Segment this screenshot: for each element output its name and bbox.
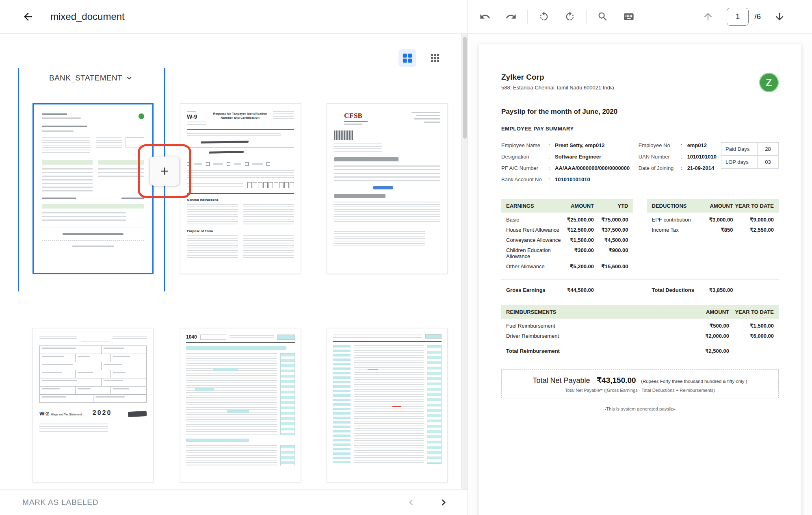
1040-form-number: 1040 [186,334,197,340]
field-value: Preet Setty, emp012 [555,142,605,148]
deductions-header: YEAR TO DATE [733,203,774,209]
attendance-value: 03 [757,156,778,168]
thumbnail-payslip[interactable] [32,103,154,274]
rotate-left-button[interactable] [535,7,553,26]
mark-as-labeled-button[interactable]: MARK AS LABELED [22,498,98,507]
page-number-input[interactable] [727,8,749,26]
thumbnail-pager [405,496,450,508]
rotate-right-button[interactable] [561,7,579,26]
deductions-table: DEDUCTIONS AMOUNT YEAR TO DATE EPF contr… [647,199,779,269]
net-payable-label: Total Net Payable [533,376,590,385]
employee-fields: Employee NamePreet Setty, emp012 Designa… [501,142,779,188]
earnings-row: Conveyance Allowance₹1,500.00₹4,500.00 [501,233,633,243]
mini-logo-dot [139,113,144,119]
w9-form-title: Request for Taxpayer Identification Numb… [210,111,270,120]
rotate-left-icon [538,11,550,22]
thumbnail-1040-preview: 1040 [180,328,301,482]
earnings-header: AMOUNT [562,203,594,209]
earnings-header: EARNINGS [506,203,562,209]
reimbursements-header: REIMBURSEMENTS [506,309,680,315]
total-deductions-row: Total Deductions ₹3,850.00 [647,282,779,293]
field-label: Employee Name [501,142,548,148]
document-preview-page: Zylker Corp 588, Estancia Chennai Tamil … [479,44,801,515]
field-label: UAN Number [639,154,681,160]
thumbnail-cfsb-statement[interactable]: CFSB [327,103,448,274]
search-button[interactable] [593,7,612,26]
earnings-row: Basic₹25,000.00₹75,000.00 [501,213,633,223]
keyboard-icon [623,11,634,22]
field-label: Employee No [639,142,681,148]
toolbar-separator [586,10,587,24]
previous-page-button[interactable] [405,496,417,508]
company-logo-letter: Z [766,77,772,89]
thumbnail-w9-form[interactable]: W-9 Request for Taxpayer Identification … [180,103,301,274]
left-footer: MARK AS LABELED [0,489,468,515]
w9-section-heading: General Instructions [187,198,294,202]
document-title: mixed_document [50,11,125,22]
payslip-summary-heading: EMPLOYEE PAY SUMMARY [501,126,779,132]
thumbnail-payslip-preview [34,104,152,273]
attendance-label: LOP days [721,156,757,168]
add-page-button[interactable] [150,156,179,186]
w2-form-number: W-2 [39,411,49,417]
document-viewer-panel: /6 Zylker Corp 588, Estancia Chennai Tam… [468,0,812,515]
undo-button[interactable] [476,7,494,26]
thumbnail-schedule-form[interactable] [327,328,448,482]
thumbnail-grid-area: BANK_STATEMENT [0,34,468,489]
total-reimbursement-row: Total Reimbursement ₹2,500.00 [501,342,779,354]
thumbnail-w9-preview: W-9 Request for Taxpayer Identification … [180,104,301,274]
page-navigation: /6 [695,7,793,26]
keyboard-shortcuts-button[interactable] [619,7,638,26]
field-value: Software Engineer [555,154,601,160]
mini-amount-column [427,345,442,464]
thumbnail-1040-form[interactable]: 1040 [180,328,301,482]
toolbar-separator [527,10,528,24]
field-value: 1010101010 [687,154,717,160]
field-label: PF A/C Number [501,165,548,171]
next-document-button[interactable] [770,7,789,26]
mini-amount-column [280,353,295,435]
chevron-down-icon [125,74,134,83]
group-boundary-line-left [18,68,19,291]
previous-document-button[interactable] [699,7,717,26]
company-logo: Z [759,73,779,92]
left-header: mixed_document [0,0,468,34]
w2-form-subtitle: Wage and Tax Statement [51,413,82,416]
mini-stamp-mark [128,411,147,417]
w9-form-number: W-9 [187,113,210,120]
grid-large-icon [401,52,414,64]
payslip-title: Payslip for the month of June, 2020 [501,108,779,116]
grid-view-large-button[interactable] [398,49,416,67]
search-icon [597,11,608,22]
redo-button[interactable] [502,7,520,26]
earnings-row: House Rent Allowance₹12,500.00₹37,500.00 [501,223,633,233]
back-button[interactable] [19,8,37,25]
undo-icon [479,11,491,22]
thumbnail-w2-form[interactable]: W-2 Wage and Tax Statement 2020 [32,328,154,482]
field-label: Date of Joining [639,165,681,171]
net-payable-box: Total Net Payable ₹43,150.00 (Rupees For… [501,369,779,398]
deductions-header: AMOUNT [701,203,733,209]
chevron-left-icon [405,496,417,508]
w2-year: 2020 [93,409,112,417]
mini-w2-boxes [39,346,147,403]
system-generated-note: -This is system generated payslip- [501,406,779,411]
mini-link-chip [373,186,393,189]
attendance-box: Paid Days28 LOP days03 [721,142,779,169]
grid-view-small-button[interactable] [426,49,444,67]
field-value: emp012 [687,142,707,148]
scrollbar-thumb[interactable] [463,37,467,139]
group-label-dropdown[interactable]: BANK_STATEMENT [19,74,164,83]
thumbnail-schedule-preview [327,328,447,482]
cfsb-logo-text: CFSB [344,112,368,120]
next-page-button[interactable] [437,496,450,508]
plus-icon [158,165,171,177]
reimbursements-header: AMOUNT [680,309,729,315]
field-value: AA/AAA/0000000/000/0000000 [555,165,630,171]
earnings-table: EARNINGS AMOUNT YTD Basic₹25,000.00₹75,0… [501,199,633,269]
mini-tin-boxes [247,182,294,188]
gross-earnings-row: Gross Earnings ₹44,500.00 [501,282,633,293]
earnings-row: Other Allowance₹5,200.00₹15,600.00 [501,259,633,269]
app-window: mixed_document BANK_STATEMENT [0,0,812,515]
earnings-header: YTD [594,203,628,209]
